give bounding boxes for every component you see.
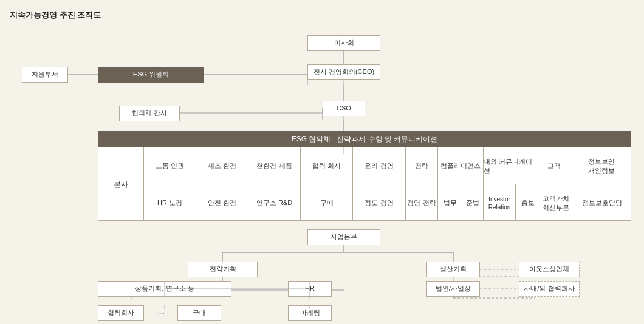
cell-customer-value: 고객가치혁신부문 xyxy=(540,184,572,221)
board-node: 이사회 xyxy=(307,35,380,51)
cell-partner: 협력 회사 xyxy=(301,147,353,184)
support-node: 지원부서 xyxy=(22,67,68,83)
dots-node: ····· xyxy=(148,305,173,321)
top-row-1: 노동 인권 제조 환경 천환경 제품 협력 회사 윤리 경영 xyxy=(144,147,405,184)
cell-rnd: 연구소 R&D xyxy=(248,184,301,221)
cell-eco: 천환경 제품 xyxy=(248,147,301,184)
product-lab-node: 상품기획, 연구소 등 xyxy=(98,281,231,297)
production-plan-node: 생산기획 xyxy=(426,262,480,277)
cell-comm: 대외 커뮤니케이션 xyxy=(484,147,538,184)
ceo-meeting-node: 전사 경영회의(CEO) xyxy=(307,64,380,80)
cell-mfg: 제조 환경 xyxy=(196,147,248,184)
page-title: 지속가능경영 추진 조직도 xyxy=(10,10,634,21)
cell-mgmt-strategy: 경영 전략 xyxy=(406,184,438,221)
hr-bottom-node: HR xyxy=(288,281,332,297)
cell-labor: 노동 인권 xyxy=(144,147,196,184)
main-section: 본사 노동 인권 제조 환경 천환경 제품 협력 회사 윤리 경영 HR 노경 … xyxy=(98,147,631,221)
cell-legal: 법무 xyxy=(438,184,462,221)
org-chart: 이사회 지원부서 ESG 위원회 전사 경영회의(CEO) CSO 협의체 간사… xyxy=(10,29,634,324)
cell-ethics: 윤리 경영 xyxy=(353,147,405,184)
cso-node: CSO xyxy=(323,101,365,116)
top-row-2: 전략 컴플라이언스 대외 커뮤니케이션 고객 정보보안개인정보 xyxy=(406,147,632,184)
business-div-node: 사업본부 xyxy=(307,229,380,245)
marketing-node: 마케팅 xyxy=(288,305,332,321)
bottom-row-2: 경영 전략 법무 준법 InvestorRelation 홍보 고객가치혁신부문… xyxy=(406,184,632,221)
cell-compliance2: 준법 xyxy=(462,184,484,221)
cell-investor: InvestorRelation xyxy=(484,184,516,221)
cell-pr: 홍보 xyxy=(516,184,540,221)
cell-compliance: 컴플라이언스 xyxy=(438,147,484,184)
partner-company-node: 사내/외 협력회사 xyxy=(519,281,580,297)
cell-safety: 안전 환경 xyxy=(196,184,248,221)
esg-committee-node: ESG 위원회 xyxy=(98,67,204,83)
strategy-planning-node: 전략기획 xyxy=(188,262,258,277)
bottom-row-1: HR 노경 안전 환경 연구소 R&D 구매 정도 경영 xyxy=(144,184,405,221)
outsourcing-node: 아웃소싱업체 xyxy=(519,262,580,277)
esg-body-node: ESG 협의체 : 전략과제 수행 및 커뮤니케이션 xyxy=(98,131,631,147)
cell-info-security: 정보보안개인정보 xyxy=(570,147,632,184)
cell-purchase: 구매 xyxy=(301,184,353,221)
partner-co2-node: 협력회사 xyxy=(98,305,144,321)
partners-node: 협의체 간사 xyxy=(119,106,180,121)
headquarters-label: 본사 xyxy=(98,147,144,221)
cell-strategy: 전략 xyxy=(406,147,438,184)
corp-site-node: 법인/사업장 xyxy=(426,281,480,297)
cell-privacy: 정보보호담당 xyxy=(572,184,632,221)
cell-customer: 고객 xyxy=(538,147,570,184)
cell-integrity: 정도 경영 xyxy=(353,184,405,221)
cell-hr: HR 노경 xyxy=(144,184,196,221)
purchase-bottom-node: 구매 xyxy=(177,305,221,321)
